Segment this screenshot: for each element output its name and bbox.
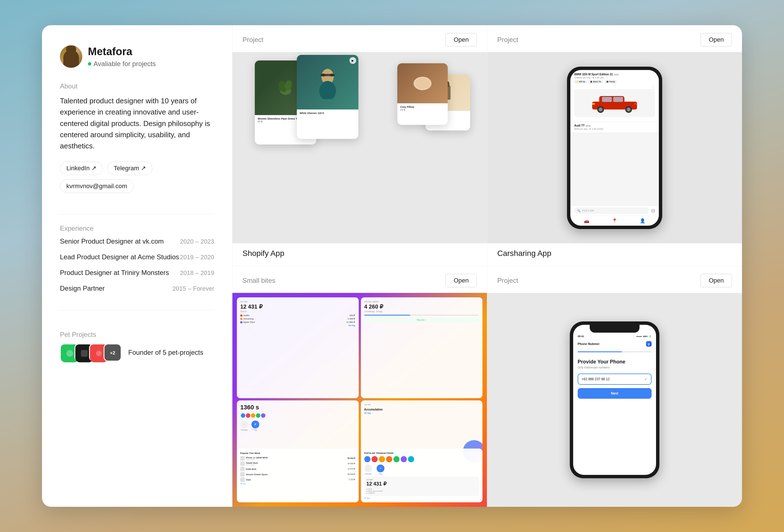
exp-title-4: Design Partner xyxy=(60,284,105,292)
progress-fill xyxy=(578,352,622,352)
phone-value: +62 888 237 88 12 xyxy=(582,377,610,381)
pet-founder-text: Founder of 5 pet-projects xyxy=(128,348,203,357)
project-header-carsharing: Project Open xyxy=(487,25,742,52)
exp-row-3: Product Designer at Triniry Monsters 201… xyxy=(60,269,214,277)
shopify-title: Shopify App xyxy=(243,249,284,258)
project-cell-carsharing: Project Open BMW 320i M Sport Edition 21… xyxy=(487,25,742,266)
shopify-card-2: White Glasses 120 $ ▶ xyxy=(297,55,358,139)
about-label: About xyxy=(60,82,214,90)
profile-name-status: Metafora Avaliable for projects xyxy=(88,46,156,68)
progress-bar-container xyxy=(573,349,656,355)
phonenum-image-area: 09:41 ●●●● WiFi 🔋 Phone Nubmer xyxy=(487,293,742,507)
email-value: kvrmvnov@gmail.com xyxy=(66,183,127,190)
svg-point-13 xyxy=(322,73,325,77)
exp-years-1: 2020 – 2023 xyxy=(180,238,214,245)
project-label-shopify: Project xyxy=(243,36,263,44)
app-subtitle: Only Indonesian numbers xyxy=(578,366,651,369)
svg-rect-30 xyxy=(634,103,637,105)
tags-row: LinkedIn ↗ Telegram ↗ kvrmvnov@gmail.com xyxy=(60,162,214,193)
next-button-label: Next xyxy=(611,391,618,395)
svg-text:+2: +2 xyxy=(110,351,115,356)
exp-row-4: Design Partner 2015 – Forever xyxy=(60,284,214,292)
carsharing-mockup: BMW 320i M Sport Edition 21 2022 US$460 … xyxy=(487,52,742,243)
check-icon: ✓ xyxy=(644,377,648,381)
exp-years-4: 2015 – Forever xyxy=(172,285,214,292)
app-title: Provide Your Phone xyxy=(578,359,651,365)
next-button[interactable]: Next xyxy=(578,388,651,399)
projects-grid: Project Open xyxy=(232,25,742,507)
project-label-carsharing: Project xyxy=(497,36,518,44)
play-icon-2: ▶ xyxy=(349,57,356,64)
app-logo: g xyxy=(646,341,651,347)
linkedin-tag[interactable]: LinkedIn ↗ xyxy=(60,162,103,175)
profile-name: Metafora xyxy=(88,46,156,58)
exp-years-2: 2019 – 2020 xyxy=(180,254,214,261)
project-cell-phonenum: Project Open 09:41 xyxy=(487,266,742,507)
carsharing-footer: Carsharing App xyxy=(487,243,742,266)
svg-rect-24 xyxy=(613,97,623,102)
svg-rect-29 xyxy=(592,103,595,105)
shopify-mockup: Women Sleeveless Piper Dress Top 80 $ ▶ xyxy=(232,52,487,243)
experience-label: Experience xyxy=(60,225,214,232)
app-header-title: Phone Nubmer xyxy=(578,342,599,345)
exp-years-3: 2018 – 2019 xyxy=(180,269,214,277)
svg-point-5 xyxy=(96,351,102,356)
svg-point-26 xyxy=(599,108,603,111)
shopify-image-area: Women Sleeveless Piper Dress Top 80 $ ▶ xyxy=(232,52,487,243)
shopify-card-3: Cozy Pillow 24 $ xyxy=(397,63,448,125)
telegram-tag[interactable]: Telegram ↗ xyxy=(107,162,152,175)
svg-point-14 xyxy=(330,73,334,77)
profile-header: Metafora Avaliable for projects xyxy=(60,45,214,68)
exp-title-2: Lead Product Designer at Acme Studios xyxy=(60,253,179,261)
about-text: Talented product designer with 10 years … xyxy=(60,95,214,151)
project-header-phonenum: Project Open xyxy=(487,266,742,293)
project-label-vkpay: Small bites xyxy=(243,277,275,284)
exp-row-1: Senior Product Designer at vk.com 2020 –… xyxy=(60,237,214,245)
linkedin-label: LinkedIn ↗ xyxy=(66,165,96,172)
app-content: Provide Your Phone Only Indonesian numbe… xyxy=(573,355,656,475)
svg-rect-3 xyxy=(81,350,88,357)
pet-icon-more: +2 xyxy=(104,343,121,362)
project-label-phonenum: Project xyxy=(497,277,518,284)
carsharing-phone-screen: BMW 320i M Sport Edition 21 2022 US$460 … xyxy=(570,70,659,226)
open-button-carsharing[interactable]: Open xyxy=(701,33,732,47)
exp-title-1: Senior Product Designer at vk.com xyxy=(60,237,164,245)
project-header-shopify: Project Open xyxy=(232,25,487,52)
profile-status: Avaliable for projects xyxy=(88,60,156,68)
svg-point-17 xyxy=(415,78,430,89)
svg-point-28 xyxy=(627,108,631,111)
status-text: Avaliable for projects xyxy=(93,60,156,68)
exp-title-3: Product Designer at Triniry Monsters xyxy=(60,269,169,277)
app-header: Phone Nubmer g xyxy=(573,338,656,349)
status-dot-icon xyxy=(88,62,91,65)
right-panel: Project Open xyxy=(232,25,742,507)
experience-section: Experience Senior Product Designer at vk… xyxy=(60,225,214,300)
phone-screen-2: 09:41 ●●●● WiFi 🔋 Phone Nubmer xyxy=(573,325,656,475)
open-button-vkpay[interactable]: Open xyxy=(446,274,477,287)
pet-icons-row: +2 Founder of 5 pet-projects xyxy=(60,343,214,362)
project-header-vkpay: Small bites Open xyxy=(232,266,487,293)
pet-projects-section: Pet Projects xyxy=(60,331,214,362)
phone-frame-2: 09:41 ●●●● WiFi 🔋 Phone Nubmer xyxy=(570,321,660,478)
shopify-footer: Shopify App xyxy=(232,243,487,266)
svg-point-15 xyxy=(319,81,336,99)
phonenum-mockup: 09:41 ●●●● WiFi 🔋 Phone Nubmer xyxy=(487,293,742,507)
divider-1 xyxy=(60,214,214,215)
svg-rect-23 xyxy=(602,97,612,102)
vkpay-mockup: VK PAY 12 431 ₽ 3215 ● Netflix 999 ₽ xyxy=(232,293,487,507)
status-bar: 09:41 ●●●● WiFi 🔋 xyxy=(573,333,656,338)
carsharing-phone-frame: BMW 320i M Sport Edition 21 2022 US$460 … xyxy=(567,67,662,229)
exp-row-2: Lead Product Designer at Acme Studios 20… xyxy=(60,253,214,261)
avatar xyxy=(60,45,82,68)
carsharing-image-area: BMW 320i M Sport Edition 21 2022 US$460 … xyxy=(487,52,742,243)
open-button-phonenum[interactable]: Open xyxy=(701,274,732,287)
phone-input-display: +62 888 237 88 12 ✓ xyxy=(578,373,651,385)
main-card: Metafora Avaliable for projects About Ta… xyxy=(42,25,742,507)
pet-icons-group: +2 xyxy=(60,343,121,362)
carsharing-title: Carsharing App xyxy=(497,249,551,258)
pet-projects-label: Pet Projects xyxy=(60,331,214,338)
open-button-shopify[interactable]: Open xyxy=(446,33,477,47)
telegram-label: Telegram ↗ xyxy=(114,165,146,172)
vkpay-image-area: VK PAY 12 431 ₽ 3215 ● Netflix 999 ₽ xyxy=(232,293,487,507)
email-tag: kvrmvnov@gmail.com xyxy=(60,179,134,193)
